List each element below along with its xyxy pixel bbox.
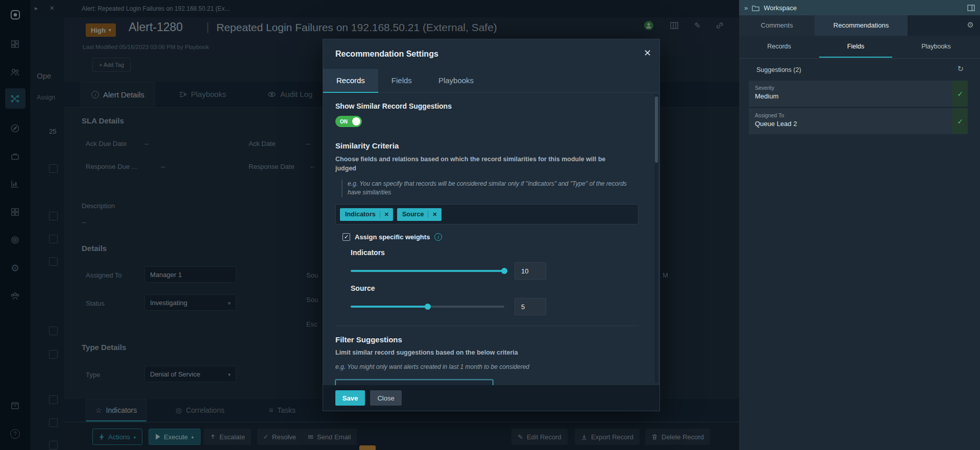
filter-description: Limit similar record suggestions based o… <box>335 348 624 358</box>
suggestion-body: Severity Medium <box>749 81 952 107</box>
slider-handle[interactable] <box>501 268 507 274</box>
weight-value-field[interactable]: 10 <box>514 262 546 280</box>
filter-example: e.g. You might only want alerts created … <box>335 363 619 371</box>
modal-scrollbar-thumb[interactable] <box>655 96 658 163</box>
workspace-tabbar: Comments Recommendations ⚙ <box>739 15 980 36</box>
similarity-criteria-heading: Similarity Criteria <box>335 141 637 150</box>
chip-label: Source <box>402 211 424 218</box>
tag-chip-source: Source ✕ <box>397 208 442 221</box>
modal-footer: Save Close <box>323 385 659 411</box>
show-similar-toggle[interactable]: ON <box>335 116 362 127</box>
refresh-icon[interactable]: ↻ <box>957 64 964 73</box>
app-root: ⚙ ? ▸ ✕ Alert: Repeated Login Failures o… <box>0 0 980 450</box>
assign-weights-label: Assign specific weights <box>355 233 430 241</box>
assign-weights-checkbox[interactable]: ✓ <box>342 233 350 241</box>
toggle-knob <box>352 117 360 126</box>
remove-tag-icon[interactable]: ✕ <box>380 211 393 218</box>
suggestion-body: Assigned To Queue Lead 2 <box>749 108 952 134</box>
workspace-panel: » Workspace Comments Recommendations ⚙ R… <box>739 0 980 450</box>
subtab-playbooks[interactable]: Playbooks <box>892 36 980 58</box>
similarity-fields-input[interactable]: Indicators ✕ Source ✕ <box>335 204 639 224</box>
weights-info-icon[interactable]: i <box>434 233 442 241</box>
accept-suggestion-button[interactable]: ✓ <box>952 81 968 107</box>
recommendation-settings-modal: Recommendation Settings ✕ Records Fields… <box>323 39 660 411</box>
section-divider <box>335 326 639 326</box>
condition-select[interactable]: ALL OF THE BELOW ARE TRUE (AND) ▾ <box>335 380 493 385</box>
panel-layout-icon[interactable] <box>967 5 975 11</box>
modal-tabbar: Records Fields Playbooks <box>323 69 659 93</box>
filter-suggestions-heading: Filter Suggestions <box>335 335 637 344</box>
modal-tab-playbooks[interactable]: Playbooks <box>425 69 487 92</box>
remove-tag-icon[interactable]: ✕ <box>428 211 441 218</box>
suggestion-field: Assigned To <box>755 112 946 118</box>
save-button[interactable]: Save <box>335 390 365 406</box>
modal-title: Recommendation Settings <box>335 49 438 59</box>
modal-body: Show Similar Record Suggestions ON Simil… <box>323 93 659 385</box>
tab-comments[interactable]: Comments <box>739 15 815 36</box>
weight-slider-block: Indicators 10 <box>351 248 637 280</box>
suggestion-card[interactable]: Assigned To Queue Lead 2 ✓ <box>749 108 968 134</box>
similarity-description: Choose fields and relations based on whi… <box>335 155 624 173</box>
subtab-fields[interactable]: Fields <box>819 36 892 58</box>
slider-label: Source <box>351 284 637 292</box>
modal-header: Recommendation Settings ✕ <box>323 39 659 69</box>
weight-slider-block: Source 5 <box>351 284 637 315</box>
suggestion-value: Medium <box>755 92 946 100</box>
weight-slider[interactable] <box>351 306 504 308</box>
weight-value-field[interactable]: 5 <box>514 298 546 315</box>
slider-label: Indicators <box>351 248 637 257</box>
modal-close-icon[interactable]: ✕ <box>644 47 651 59</box>
modal-tab-records[interactable]: Records <box>323 69 378 92</box>
accept-suggestion-button[interactable]: ✓ <box>952 108 968 134</box>
active-subtab-underline <box>819 57 892 58</box>
collapse-chevrons-icon[interactable]: » <box>744 4 748 12</box>
suggestion-field: Severity <box>755 85 946 91</box>
check-icon: ✓ <box>957 90 963 98</box>
show-similar-label: Show Similar Record Suggestions <box>335 102 637 110</box>
close-button[interactable]: Close <box>370 390 402 406</box>
suggestion-value: Queue Lead 2 <box>755 120 946 128</box>
weight-slider[interactable] <box>351 270 504 272</box>
slider-handle[interactable] <box>425 304 431 310</box>
recommendations-subtabs: Records Fields Playbooks <box>739 36 980 59</box>
workspace-title: Workspace <box>764 4 797 12</box>
workspace-settings-gear-icon[interactable]: ⚙ <box>967 20 974 30</box>
chip-label: Indicators <box>345 211 376 218</box>
tab-recommendations[interactable]: Recommendations <box>815 15 908 36</box>
workspace-header: » Workspace <box>739 0 980 15</box>
check-icon: ✓ <box>957 117 963 126</box>
modal-tab-fields[interactable]: Fields <box>378 69 425 92</box>
assign-weights-row: ✓ Assign specific weights i <box>342 233 637 241</box>
toggle-on-label: ON <box>340 119 348 124</box>
slider-fill <box>351 270 504 272</box>
tag-chip-indicators: Indicators ✕ <box>340 208 393 221</box>
folder-icon <box>752 5 760 11</box>
slider-fill <box>351 306 428 308</box>
suggestion-card[interactable]: Severity Medium ✓ <box>749 81 968 107</box>
suggestions-heading: Suggestions (2) <box>756 66 801 73</box>
subtab-records[interactable]: Records <box>739 36 819 58</box>
similarity-example: e.g. You can specify that records will b… <box>341 180 631 197</box>
